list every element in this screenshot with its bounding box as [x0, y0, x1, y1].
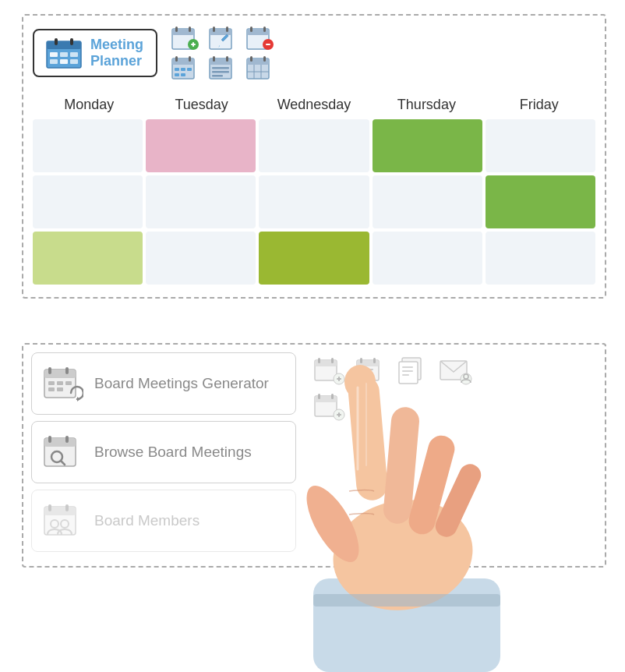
sidebar-items-list: Board Meetings Generator [31, 352, 296, 552]
board-meetings-generator-item[interactable]: Board Meetings Generator [31, 352, 296, 415]
svg-rect-31 [175, 56, 178, 62]
svg-rect-20 [226, 27, 228, 32]
svg-rect-19 [213, 27, 215, 32]
cell-r2-mon [33, 175, 143, 228]
planner-icon-svg [45, 37, 83, 69]
svg-rect-77 [331, 358, 334, 363]
svg-rect-120 [313, 594, 500, 607]
svg-rect-59 [48, 387, 55, 391]
svg-rect-85 [362, 369, 373, 370]
board-members-label: Board Members [94, 511, 200, 530]
cell-r2-wed [259, 175, 369, 228]
calendar-row-2 [33, 175, 595, 228]
svg-rect-34 [181, 68, 185, 71]
svg-rect-44 [212, 75, 223, 77]
svg-rect-58 [65, 381, 72, 385]
right-browse-icon[interactable] [354, 391, 390, 423]
board-members-item[interactable]: Board Members [31, 490, 296, 552]
cell-r1-wed [259, 119, 369, 172]
bm-icon-svg [43, 500, 83, 541]
board-meetings-generator-icon [43, 363, 83, 404]
svg-rect-70 [48, 504, 51, 511]
board-members-icon [43, 500, 83, 541]
right-add-calendar-icon[interactable] [312, 355, 348, 387]
svg-rect-86 [362, 373, 373, 374]
svg-rect-48 [263, 56, 266, 62]
svg-rect-33 [175, 68, 179, 71]
cell-r3-fri [486, 232, 595, 285]
cell-r1-fri [486, 119, 595, 172]
list-calendar-icon[interactable] [207, 55, 238, 81]
calendar-row-3 [33, 232, 595, 285]
svg-point-109 [313, 594, 500, 672]
svg-rect-92 [402, 374, 409, 376]
svg-rect-76 [318, 358, 320, 363]
svg-rect-6 [60, 59, 68, 64]
day-monday: Monday [33, 90, 145, 119]
svg-rect-56 [48, 381, 55, 385]
cell-r2-thu [373, 175, 482, 228]
cell-r3-thu [373, 232, 482, 285]
bbm-icon-svg [43, 432, 83, 472]
day-thursday: Thursday [370, 90, 482, 119]
svg-rect-98 [318, 394, 320, 399]
right-email-icon[interactable] [438, 355, 474, 387]
svg-rect-43 [212, 71, 229, 73]
cell-r3-mon [33, 232, 143, 285]
svg-rect-105 [360, 394, 362, 399]
cell-r1-mon [33, 119, 143, 172]
svg-rect-47 [250, 56, 252, 62]
right-icons-row-1 [312, 355, 474, 387]
svg-rect-3 [60, 52, 68, 57]
svg-rect-25 [250, 27, 252, 32]
svg-rect-7 [70, 59, 78, 64]
meeting-planner-button[interactable]: Meeting Planner [33, 29, 157, 77]
cell-r2-fri [486, 175, 595, 228]
svg-rect-40 [213, 56, 215, 62]
svg-rect-13 [189, 27, 191, 32]
svg-rect-42 [212, 67, 229, 69]
svg-rect-5 [50, 59, 58, 64]
bottom-dashed-area: Board Meetings Generator [22, 343, 606, 568]
grid-calendar-icon[interactable] [245, 55, 276, 81]
svg-rect-36 [175, 73, 179, 76]
cell-r3-wed [259, 232, 369, 285]
board-meetings-generator-label: Board Meetings Generator [94, 374, 269, 393]
bottom-content-row: Board Meetings Generator [31, 352, 597, 552]
svg-rect-60 [57, 387, 63, 391]
svg-rect-9 [70, 38, 73, 45]
browse-board-meetings-item[interactable]: Browse Board Meetings [31, 421, 296, 483]
svg-rect-35 [187, 68, 192, 71]
planner-label-line1: Meeting [90, 37, 143, 53]
svg-rect-83 [360, 358, 362, 363]
right-copy-icon[interactable] [396, 355, 432, 387]
svg-rect-106 [373, 394, 376, 399]
svg-rect-64 [48, 436, 51, 443]
right-edit-icon[interactable] [354, 355, 390, 387]
calendar-row-1 [33, 119, 595, 172]
svg-rect-110 [313, 578, 500, 672]
svg-rect-80 [338, 377, 340, 381]
day-friday: Friday [483, 90, 595, 119]
svg-rect-55 [65, 367, 69, 374]
browse-board-meetings-icon [43, 432, 83, 472]
bottom-section: Board Meetings Generator [22, 343, 606, 568]
edit-calendar-icon[interactable] [207, 25, 238, 51]
right-add-calendar-2-icon[interactable] [312, 391, 348, 423]
calendar-icons-grid [170, 25, 279, 81]
day-tuesday: Tuesday [145, 90, 257, 119]
svg-rect-8 [55, 38, 58, 45]
delete-calendar-icon[interactable] [245, 25, 276, 51]
browse-board-meetings-label: Browse Board Meetings [94, 443, 252, 462]
svg-rect-1 [47, 41, 81, 49]
top-row: Meeting Planner [33, 25, 595, 81]
view-calendar-icon[interactable] [170, 55, 201, 81]
svg-rect-28 [266, 44, 270, 45]
meeting-planner-area: Meeting Planner [22, 14, 606, 299]
svg-rect-99 [331, 394, 334, 399]
day-wednesday: Wednesday [258, 90, 370, 119]
cell-r1-tue [146, 119, 256, 172]
add-calendar-icon[interactable] [170, 25, 201, 51]
svg-rect-71 [65, 504, 69, 511]
svg-rect-12 [175, 27, 178, 32]
